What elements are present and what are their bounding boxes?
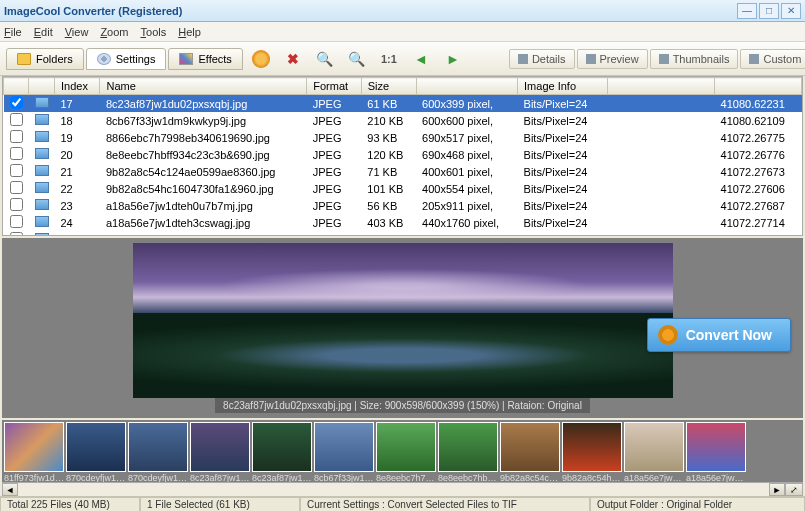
row-checkbox[interactable] — [4, 163, 29, 180]
preview-image[interactable] — [133, 243, 673, 398]
viewtab-custom[interactable]: Custom — [740, 49, 805, 69]
cell-extra — [608, 95, 715, 113]
thumbnail[interactable]: 81ff973fjw1dtcc... — [4, 422, 64, 484]
gear-icon — [658, 325, 678, 345]
ratio-icon[interactable]: 1:1 — [378, 48, 400, 70]
scroll-track[interactable] — [18, 483, 769, 496]
viewtab-thumbnails[interactable]: Thumbnails — [650, 49, 739, 69]
thumb-image — [66, 422, 126, 472]
menu-zoom[interactable]: Zoom — [100, 26, 128, 38]
col-7[interactable]: Image Info — [518, 78, 608, 95]
table-row[interactable]: 25shijun.jpgJPEG144 KB900x350 pixel,Bits… — [4, 231, 802, 236]
thumbnail[interactable]: a18a56e7jw1dteh... — [624, 422, 684, 484]
thumbnail[interactable]: 8c23af87jw1du0... — [252, 422, 312, 484]
menubar: File Edit View Zoom Tools Help — [0, 22, 805, 42]
next-icon[interactable]: ► — [442, 48, 464, 70]
zoom-in-icon[interactable]: 🔍 — [346, 48, 368, 70]
thumbnail[interactable]: 9b82a8c54hc160... — [562, 422, 622, 484]
row-checkbox[interactable] — [4, 95, 29, 113]
viewtab-details[interactable]: Details — [509, 49, 575, 69]
cell-format: JPEG — [307, 180, 362, 197]
col-9[interactable] — [715, 78, 802, 95]
delete-icon[interactable]: ✖ — [282, 48, 304, 70]
scroll-left-button[interactable]: ◄ — [2, 483, 18, 496]
table-row[interactable]: 23a18a56e7jw1dteh0u7b7mj.jpgJPEG56 KB205… — [4, 197, 802, 214]
minimize-button[interactable]: — — [737, 3, 757, 19]
thumb-image — [376, 422, 436, 472]
zoom-out-icon[interactable]: 🔍 — [314, 48, 336, 70]
cell-size: 120 KB — [361, 146, 416, 163]
menu-edit[interactable]: Edit — [34, 26, 53, 38]
row-checkbox[interactable] — [4, 231, 29, 236]
menu-help[interactable]: Help — [178, 26, 201, 38]
row-checkbox[interactable] — [4, 214, 29, 231]
file-icon — [29, 231, 55, 236]
status-settings: Current Settings : Convert Selected File… — [300, 497, 590, 511]
col-0[interactable] — [4, 78, 29, 95]
details-icon — [518, 54, 528, 64]
viewtab-preview[interactable]: Preview — [577, 49, 648, 69]
table-row[interactable]: 198866ebc7h7998eb340619690.jpgJPEG93 KB6… — [4, 129, 802, 146]
cell-extra — [608, 129, 715, 146]
cell-val: 41072.26776 — [715, 146, 802, 163]
thumbnail[interactable]: 870cdeyfjw1dth... — [128, 422, 188, 484]
table-row[interactable]: 188cb67f33jw1dm9kwkyp9j.jpgJPEG210 KB600… — [4, 112, 802, 129]
row-checkbox[interactable] — [4, 129, 29, 146]
file-table[interactable]: IndexNameFormatSizeImage Info 178c23af87… — [2, 76, 803, 236]
col-3[interactable]: Name — [100, 78, 307, 95]
thumb-scrollbar[interactable]: ◄ ► ⤢ — [2, 482, 803, 496]
cell-info: Bits/Pixel=24 — [518, 197, 608, 214]
col-2[interactable]: Index — [55, 78, 100, 95]
table-row[interactable]: 24a18a56e7jw1dteh3cswagj.jpgJPEG403 KB44… — [4, 214, 802, 231]
cell-name: a18a56e7jw1dteh3cswagj.jpg — [100, 214, 307, 231]
cell-format: JPEG — [307, 112, 362, 129]
table-row[interactable]: 219b82a8c54c124ae0599ae8360.jpgJPEG71 KB… — [4, 163, 802, 180]
col-6[interactable] — [416, 78, 517, 95]
menu-file[interactable]: File — [4, 26, 22, 38]
cell-format: JPEG — [307, 197, 362, 214]
tab-effects[interactable]: Effects — [168, 48, 242, 70]
row-checkbox[interactable] — [4, 180, 29, 197]
thumb-image — [686, 422, 746, 472]
convert-now-button[interactable]: Convert Now — [647, 318, 791, 352]
thumbnail[interactable]: 8e8eebc7hbff... — [438, 422, 498, 484]
thumb-image — [4, 422, 64, 472]
row-checkbox[interactable] — [4, 146, 29, 163]
add-icon[interactable] — [250, 48, 272, 70]
thumbnail[interactable]: 8c23af87jw1du0... — [190, 422, 250, 484]
scroll-expand-button[interactable]: ⤢ — [785, 483, 803, 496]
file-icon — [29, 129, 55, 146]
menu-view[interactable]: View — [65, 26, 89, 38]
cell-index: 23 — [55, 197, 100, 214]
table-row[interactable]: 208e8eebc7hbff934c23c3b&690.jpgJPEG120 K… — [4, 146, 802, 163]
thumbnail[interactable]: 9b82a8c54c124... — [500, 422, 560, 484]
scroll-right-button[interactable]: ► — [769, 483, 785, 496]
table-row[interactable]: 178c23af87jw1du02pxsxqbj.jpgJPEG61 KB600… — [4, 95, 802, 113]
table-row[interactable]: 229b82a8c54hc1604730fa1&960.jpgJPEG101 K… — [4, 180, 802, 197]
thumb-image — [438, 422, 498, 472]
cell-dim: 205x911 pixel, — [416, 197, 517, 214]
row-checkbox[interactable] — [4, 112, 29, 129]
row-checkbox[interactable] — [4, 197, 29, 214]
tab-settings[interactable]: Settings — [86, 48, 167, 70]
col-1[interactable] — [29, 78, 55, 95]
cell-dim: 600x600 pixel, — [416, 112, 517, 129]
tab-folders[interactable]: Folders — [6, 48, 84, 70]
close-button[interactable]: ✕ — [781, 3, 801, 19]
thumbnail[interactable]: 8e8eebc7h799... — [376, 422, 436, 484]
cell-size: 403 KB — [361, 214, 416, 231]
col-4[interactable]: Format — [307, 78, 362, 95]
file-icon — [29, 214, 55, 231]
cell-index: 20 — [55, 146, 100, 163]
col-8[interactable] — [608, 78, 715, 95]
cell-val: 41080.62109 — [715, 112, 802, 129]
cell-info: Bits/Pixel=24 — [518, 129, 608, 146]
thumbnail[interactable]: 8cb67f33jw1dm... — [314, 422, 374, 484]
cell-format: JPEG — [307, 231, 362, 236]
prev-icon[interactable]: ◄ — [410, 48, 432, 70]
thumbnail[interactable]: 870cdeyfjw1dth... — [66, 422, 126, 484]
col-5[interactable]: Size — [361, 78, 416, 95]
menu-tools[interactable]: Tools — [141, 26, 167, 38]
maximize-button[interactable]: □ — [759, 3, 779, 19]
thumbnail[interactable]: a18a56e7jw1dteh... — [686, 422, 746, 484]
